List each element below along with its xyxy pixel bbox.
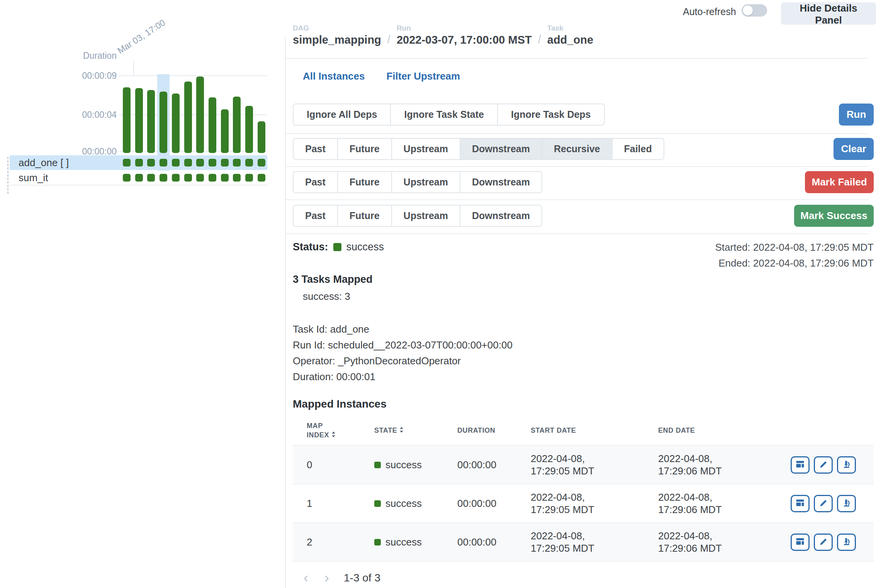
table-header: MAP INDEX STATE DURATION START DATE END … [293,416,874,445]
duration-bar-1[interactable] [135,88,143,153]
microscope-action-button[interactable] [837,495,856,512]
run-button[interactable]: Run [839,104,874,126]
breadcrumb-value[interactable]: 2022-03-07, 17:00:00 MST [397,34,532,46]
task-instance-square-success[interactable] [209,174,216,182]
task-row-sum-it[interactable]: sum_it [10,171,267,185]
option-past[interactable]: Past [293,138,338,160]
duration-bar-0[interactable] [123,87,131,153]
task-instance-square-success[interactable] [245,174,253,182]
option-failed[interactable]: Failed [612,138,664,160]
duration-bar-10[interactable] [245,106,253,153]
option-ignore-task-state[interactable]: Ignore Task State [390,104,498,126]
breadcrumb-value[interactable]: add_one [547,34,593,46]
filter-upstream-link[interactable]: Filter Upstream [386,70,460,82]
option-past[interactable]: Past [293,171,338,193]
task-instance-square-success[interactable] [184,159,192,167]
panel-resize-handle[interactable] [7,157,8,194]
task-instance-square-success[interactable] [135,159,143,167]
duration-bar-9[interactable] [233,97,241,153]
option-future[interactable]: Future [337,205,392,227]
mark-success-button[interactable]: Mark Success [794,205,874,227]
option-past[interactable]: Past [293,205,338,227]
pencil-action-button[interactable] [814,456,833,474]
breadcrumb-task[interactable]: Task add_one [547,24,593,46]
microscope-action-button[interactable] [837,534,856,551]
task-instance-square-success[interactable] [172,174,180,182]
task-instance-square-success[interactable] [233,174,241,182]
clear-button[interactable]: Clear [834,138,874,160]
task-instance-square-success[interactable] [160,174,167,182]
task-instance-square-success[interactable] [172,159,180,167]
breadcrumb-dag[interactable]: DAG simple_mapping [293,24,381,46]
task-instance-square-success[interactable] [147,159,155,167]
breadcrumb-run[interactable]: Run 2022-03-07, 17:00:00 MST [397,24,532,46]
option-downstream[interactable]: Downstream [460,205,542,227]
grid-action-button[interactable] [791,534,810,551]
option-upstream[interactable]: Upstream [391,138,460,160]
state-text: success [385,459,422,471]
hide-details-panel-button[interactable]: Hide Details Panel [781,2,876,25]
microscope-action-button[interactable] [837,456,856,474]
x-axis-date-tick: Mar 03, 17:00 [115,17,167,56]
task-instance-square-success[interactable] [258,174,265,182]
option-ignore-task-deps[interactable]: Ignore Task Deps [497,104,605,126]
grid-action-button[interactable] [791,495,810,512]
breadcrumb-value[interactable]: simple_mapping [293,34,381,46]
map-index-cell: 2 [293,536,360,548]
task-instance-square-success[interactable] [245,159,253,167]
mapped-instance-row-2[interactable]: 2success00:00:002022-04-08,17:29:05 MDT2… [293,522,874,561]
task-instance-square-success[interactable] [196,174,204,182]
task-instance-square-success[interactable] [135,174,143,182]
clear-options-row: PastFutureUpstreamDownstreamRecursiveFai… [293,138,874,160]
task-instance-square-success[interactable] [221,174,229,182]
next-page-chevron-icon[interactable]: › [324,571,329,585]
option-future[interactable]: Future [337,138,392,160]
end-date-cell: 2022-04-08,17:29:06 MDT [644,452,774,477]
column-header-map-index[interactable]: MAP INDEX [293,421,347,440]
task-row-add-one[interactable]: add_one [ ] [10,155,267,170]
option-future[interactable]: Future [337,171,392,193]
previous-page-chevron-icon[interactable]: ‹ [304,571,308,585]
pagination-range-label: 1-3 of 3 [344,572,380,584]
task-label[interactable]: add_one [ ] [19,157,69,169]
task-instance-square-success[interactable] [147,174,155,182]
sort-icon[interactable] [331,430,336,440]
duration-bar-4[interactable] [172,93,180,153]
task-instance-square-success[interactable] [196,159,204,167]
mapped-instance-row-0[interactable]: 0success00:00:002022-04-08,17:29:05 MDT2… [293,445,874,484]
all-instances-link[interactable]: All Instances [303,70,365,82]
duration-bar-3[interactable] [160,92,167,153]
duration-bar-11[interactable] [258,121,265,153]
duration-bar-8[interactable] [221,109,229,153]
task-instance-square-success[interactable] [221,159,229,167]
task-instance-square-success[interactable] [233,159,241,167]
divider [286,166,868,167]
grid-action-button[interactable] [791,456,810,474]
option-ignore-all-deps[interactable]: Ignore All Deps [293,104,391,126]
pencil-action-button[interactable] [814,534,833,551]
option-upstream[interactable]: Upstream [391,205,460,227]
task-instance-square-success[interactable] [160,159,167,167]
task-label[interactable]: sum_it [19,172,48,184]
duration-bar-5[interactable] [184,82,192,153]
option-recursive[interactable]: Recursive [542,138,613,160]
auto-refresh-toggle[interactable] [742,4,767,17]
task-instance-square-success[interactable] [209,159,216,167]
task-instance-square-success[interactable] [123,174,131,182]
pencil-action-button[interactable] [814,495,833,512]
mapped-instance-row-1[interactable]: 1success00:00:002022-04-08,17:29:05 MDT2… [293,484,874,522]
mark-failed-button[interactable]: Mark Failed [805,171,874,193]
ended-time: Ended: 2022-04-08, 17:29:06 MDT [715,255,874,271]
option-downstream[interactable]: Downstream [460,138,542,160]
column-header-state[interactable]: STATE [360,426,443,435]
task-instance-square-success[interactable] [258,159,265,167]
duration-bar-7[interactable] [209,97,216,153]
duration-bar-6[interactable] [196,76,204,153]
task-instance-square-success[interactable] [123,159,131,167]
success-state-square [374,500,381,507]
duration-bar-2[interactable] [147,90,155,153]
option-upstream[interactable]: Upstream [391,171,460,193]
sort-icon[interactable] [399,426,404,435]
option-downstream[interactable]: Downstream [460,171,542,193]
task-instance-square-success[interactable] [184,174,192,182]
